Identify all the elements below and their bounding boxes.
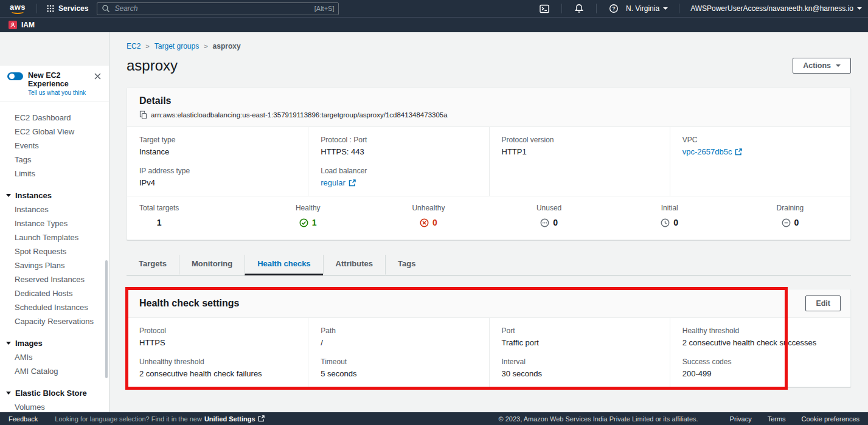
- breadcrumb-ec2[interactable]: EC2: [127, 42, 141, 50]
- divider: [596, 4, 597, 13]
- notifications-bell-icon: [574, 4, 584, 13]
- field-label: IP address type: [139, 167, 296, 175]
- cloudshell-button[interactable]: [538, 3, 550, 15]
- aws-logo[interactable]: aws: [10, 4, 26, 14]
- sidebar-item-savings-plans[interactable]: Savings Plans: [0, 258, 109, 272]
- load-balancer-link[interactable]: regular: [321, 178, 355, 187]
- clock-icon: [661, 218, 670, 227]
- region-selector[interactable]: N. Virginia: [626, 4, 668, 13]
- sidebar-item-capacity-reservations[interactable]: Capacity Reservations: [0, 314, 109, 328]
- sidebar-section-images[interactable]: Images: [0, 336, 109, 350]
- sidebar-section-elastic-block-store[interactable]: Elastic Block Store: [0, 386, 109, 400]
- account-menu[interactable]: AWSPowerUserAccess/navaneeth.kn@harness.…: [690, 4, 862, 13]
- unhealthy-cell: Unhealthy 0: [368, 204, 488, 230]
- experience-feedback-link[interactable]: Tell us what you think: [28, 89, 88, 96]
- search-icon: [102, 4, 110, 13]
- target-status-summary: Total targets 1 Healthy 1: [127, 196, 850, 240]
- sidebar-section-instances[interactable]: Instances: [0, 188, 109, 202]
- sidebar-item-ami-catalog[interactable]: AMI Catalog: [0, 364, 109, 378]
- sidebar-item-instances[interactable]: Instances: [0, 202, 109, 216]
- global-search: [Alt+S]: [97, 2, 339, 15]
- new-ec2-experience-toggle[interactable]: [7, 72, 23, 80]
- sidebar-item-reserved-instances[interactable]: Reserved Instances: [0, 272, 109, 286]
- field-label: Path: [321, 327, 476, 335]
- field-label: Success codes: [682, 358, 838, 366]
- draining-cell: Draining 0: [730, 204, 850, 230]
- status-label: Healthy: [248, 204, 368, 212]
- privacy-link[interactable]: Privacy: [730, 415, 752, 423]
- unified-settings-link[interactable]: Unified Settings: [204, 415, 265, 423]
- tab-tags[interactable]: Tags: [385, 255, 428, 275]
- sidebar-item-limits[interactable]: Limits: [0, 167, 109, 181]
- tab-attributes[interactable]: Attributes: [323, 255, 385, 275]
- sidebar-item-scheduled-instances[interactable]: Scheduled Instances: [0, 300, 109, 314]
- breadcrumb-target-groups[interactable]: Target groups: [155, 42, 199, 50]
- sidebar-item-amis[interactable]: AMIs: [0, 350, 109, 364]
- cookie-preferences-link[interactable]: Cookie preferences: [802, 415, 859, 423]
- vpc-link[interactable]: vpc-2657db5c: [682, 147, 743, 156]
- healthy-cell: Healthy 1: [248, 204, 368, 230]
- field-label: Healthy threshold: [682, 327, 838, 335]
- tab-targets[interactable]: Targets: [127, 255, 179, 275]
- field-value: HTTP1: [502, 147, 658, 156]
- sidebar-item-ec2-dashboard[interactable]: EC2 Dashboard: [0, 111, 109, 125]
- services-menu-button[interactable]: Services: [42, 0, 93, 17]
- field-label: Load balancer: [321, 167, 476, 175]
- services-label: Services: [58, 4, 88, 13]
- terms-link[interactable]: Terms: [768, 415, 786, 423]
- sidebar-item-volumes[interactable]: Volumes: [0, 400, 109, 412]
- breadcrumb-separator-icon: >: [145, 43, 149, 50]
- sidebar-top-spacer: [0, 32, 109, 66]
- field-value: 200-499: [682, 369, 838, 378]
- sidebar-item-spot-requests[interactable]: Spot Requests: [0, 244, 109, 258]
- field-value: HTTPS: 443: [321, 147, 476, 156]
- sidebar-item-instance-types[interactable]: Instance Types: [0, 216, 109, 230]
- divider: [36, 4, 37, 13]
- region-label: N. Virginia: [626, 4, 659, 13]
- notifications-button[interactable]: [573, 2, 585, 15]
- field-value: IPv4: [139, 178, 296, 187]
- sidebar-item-events[interactable]: Events: [0, 139, 109, 153]
- main-content: EC2 > Target groups > asproxy asproxy Ac…: [109, 32, 868, 412]
- breadcrumb: EC2 > Target groups > asproxy: [127, 42, 851, 50]
- page-title: asproxy: [127, 57, 178, 74]
- field-label: Protocol: [139, 327, 296, 335]
- minus-circle-icon: [782, 218, 791, 227]
- favorite-service-iam[interactable]: IAM: [9, 21, 35, 29]
- details-header: Details arn:aws:elasticloadbalancing:us-…: [127, 88, 850, 127]
- aws-console: aws Services [Alt+S]: [0, 0, 868, 425]
- field-label: Unhealthy threshold: [139, 358, 296, 366]
- sidebar-item-launch-templates[interactable]: Launch Templates: [0, 230, 109, 244]
- top-navigation-bar: aws Services [Alt+S]: [0, 0, 868, 17]
- tab-health-checks[interactable]: Health checks: [245, 255, 322, 275]
- sidebar-item-tags[interactable]: Tags: [0, 153, 109, 167]
- ellipsis-circle-icon: [540, 218, 549, 227]
- x-circle-icon: [420, 218, 429, 227]
- close-icon[interactable]: [92, 71, 103, 81]
- copy-arn-button[interactable]: [139, 111, 147, 119]
- feedback-link[interactable]: Feedback: [9, 415, 38, 423]
- tab-monitoring[interactable]: Monitoring: [179, 255, 245, 275]
- edit-button[interactable]: Edit: [805, 295, 841, 311]
- field-label: Protocol version: [502, 136, 658, 144]
- help-button[interactable]: ?: [608, 2, 620, 15]
- external-link-icon: [349, 179, 356, 187]
- link-text: regular: [321, 178, 345, 187]
- actions-button[interactable]: Actions: [793, 58, 851, 74]
- field-label: Protocol : Port: [321, 136, 476, 144]
- sidebar-item-dedicated-hosts[interactable]: Dedicated Hosts: [0, 286, 109, 300]
- search-input[interactable]: [97, 2, 339, 15]
- status-value: 1: [312, 218, 317, 227]
- sidebar-item-ec2-global-view[interactable]: EC2 Global View: [0, 125, 109, 139]
- status-label: Unhealthy: [368, 204, 488, 212]
- details-title: Details: [139, 95, 838, 106]
- favorites-bar: IAM: [0, 17, 868, 32]
- field-label: Timeout: [321, 358, 476, 366]
- section-caret-icon: [6, 392, 11, 395]
- details-card: Details arn:aws:elasticloadbalancing:us-…: [127, 88, 851, 240]
- favorite-service-label: IAM: [21, 21, 35, 29]
- language-text: Looking for language selection? Find it …: [55, 415, 202, 423]
- status-value: 0: [432, 218, 437, 227]
- external-link-icon: [258, 415, 265, 422]
- sidebar-scrollbar[interactable]: [105, 260, 108, 378]
